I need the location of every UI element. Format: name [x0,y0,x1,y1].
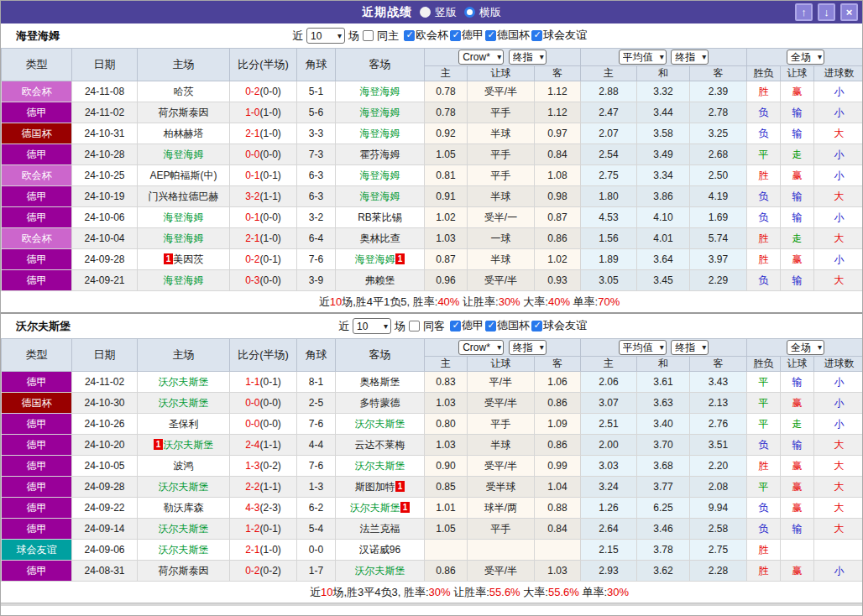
halftime-score: (1-1) [260,439,281,451]
match-count-select[interactable]: 10 [306,28,345,44]
home-team-name: 沃尔夫斯堡 [159,523,209,535]
corner-cell: 8-1 [297,372,336,393]
score-cell: 2-4(1-1) [230,435,297,456]
corner-cell: 7-6 [297,414,336,435]
result-cell: 负 [747,207,781,228]
col-type: 类型 [2,339,72,372]
handicap-cell: 半球 [468,123,535,144]
home-team-cell: 沃尔夫斯堡 [138,540,230,561]
avg-home-cell: 3.07 [581,393,637,414]
matches-table: 类型 日期 主场 比分(半场) 角球 客场 Crow* 终指 平均值 终指 [1,338,863,582]
col-date: 日期 [72,49,138,81]
home-odds-cell: 0.92 [425,123,468,144]
home-team-name: 勒沃库森 [164,502,204,514]
halftime-score: (1-0) [260,544,281,556]
avg-source-select[interactable]: 平均值 [619,50,667,65]
move-up-button[interactable]: ↑ [795,3,813,21]
scope-select[interactable]: 全场 [787,340,824,355]
horizontal-radio[interactable] [464,7,475,18]
corner-cell: 6-3 [297,165,336,186]
corner-cell: 5-6 [297,102,336,123]
avg-draw-cell: 4.01 [637,228,690,249]
league-checkbox[interactable] [404,30,415,41]
odds-time-select[interactable]: 终指 [509,50,547,65]
result-cell: 负 [747,123,781,144]
home-team-name: 沃尔夫斯堡 [163,439,213,451]
away-odds-cell: 1.12 [535,102,581,123]
odds-company-select[interactable]: Crow* [458,50,504,65]
away-odds-cell: 0.86 [535,228,581,249]
away-odds-cell: 1.08 [535,165,581,186]
home-team-name: 美因茨 [173,253,203,265]
summary-segment: 55.6% [548,586,579,598]
summary-segment: 让胜率: [451,586,489,598]
home-team-cell: 荷尔斯泰因 [138,102,230,123]
layout-option-vertical[interactable]: 竖版 [420,5,457,20]
team-section-1: 海登海姆 近 10 场 同主 欧会杯德甲德国杯球会友谊 类型 日期 主场 [1,23,862,312]
avg-away-cell: 2.76 [690,414,747,435]
avg-draw-cell: 3.68 [637,456,690,477]
goals-result-cell: 小 [814,144,863,165]
league-checkbox[interactable] [531,321,542,331]
league-badge: 德甲 [2,519,72,540]
home-team-cell: 柏林赫塔 [138,123,230,144]
goals-result-cell: 小 [814,372,863,393]
date-cell: 24-10-04 [72,228,138,249]
home-odds-cell: 0.78 [425,81,468,102]
title-bar: 近期战绩 竖版 横版 ↑ ↓ × [1,1,862,23]
score-cell: 1-3(0-2) [230,456,297,477]
league-filter: 德国杯 [485,28,530,43]
away-odds-cell: 1.04 [535,477,581,498]
home-team-cell: 沃尔夫斯堡 [138,372,230,393]
vertical-radio[interactable] [420,7,431,18]
avg-draw-cell: 6.25 [637,498,690,519]
date-cell: 24-11-08 [72,81,138,102]
score-cell: 1-0(1-0) [230,102,297,123]
fulltime-score: 0-2 [245,565,259,577]
avg-home-cell: 1.26 [581,498,637,519]
odds-company-select[interactable]: Crow* [458,340,504,355]
score-cell: 0-2(0-1) [230,249,297,270]
home-team-cell: 勒沃库森 [138,498,230,519]
fulltime-score: 0-0 [245,418,259,430]
col-odds-home: 主 [425,357,468,372]
handicap-result-cell: 输 [781,372,814,393]
home-team-cell: 海登海姆 [138,228,230,249]
score-cell: 3-2(1-1) [230,186,297,207]
goals-result-cell: 小 [814,561,863,582]
scope-select[interactable]: 全场 [787,50,824,65]
col-corner: 角球 [297,49,336,81]
away-team-cell: 海登海姆 [336,186,425,207]
odds-time-select[interactable]: 终指 [509,340,547,355]
col-goals: 进球数 [814,66,863,81]
same-venue-checkbox[interactable] [409,321,420,331]
score-cell: 0-3(0-0) [230,270,297,291]
league-checkbox[interactable] [485,321,496,331]
league-checkbox[interactable] [531,30,542,41]
summary-segment: 让胜率: [459,295,498,308]
away-odds-cell [535,540,581,561]
goals-result-cell: 大 [814,435,863,456]
league-checkbox[interactable] [450,30,461,41]
goals-result-cell: 大 [814,519,863,540]
layout-option-horizontal[interactable]: 横版 [464,5,501,20]
match-count-select[interactable]: 10 [353,318,391,334]
goals-result-cell: 大 [814,477,863,498]
avg-time-select[interactable]: 终指 [671,50,709,65]
avg-away-cell: 2.13 [690,393,747,414]
away-odds-cell: 0.93 [535,270,581,291]
league-checkbox[interactable] [485,30,496,41]
halftime-score: (1-1) [260,191,281,202]
avg-time-select[interactable]: 终指 [671,340,709,355]
bottom-border [1,603,862,606]
same-venue-checkbox[interactable] [363,30,374,41]
same-venue-label: 同客 [423,319,445,334]
move-down-button[interactable]: ↓ [818,3,835,21]
close-button[interactable]: × [840,3,858,21]
near-label: 近 [292,29,303,44]
league-checkbox[interactable] [450,321,461,331]
handicap-cell: 平手 [468,102,535,123]
avg-away-cell: 3.51 [690,435,747,456]
avg-home-cell: 2.93 [581,561,637,582]
avg-source-select[interactable]: 平均值 [619,340,667,355]
